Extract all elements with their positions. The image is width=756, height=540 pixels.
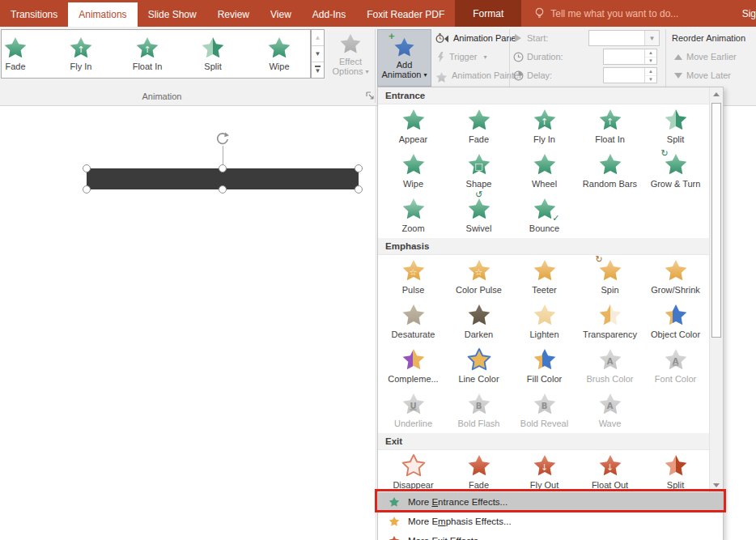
star-icon (664, 108, 688, 132)
selection-handle-top-right[interactable] (355, 164, 363, 172)
effect-emphasis-line-color[interactable]: Line Color (446, 344, 512, 389)
effect-entrance-random-bars[interactable]: Random Bars (577, 149, 643, 193)
star-icon (401, 453, 426, 478)
effect-emphasis-grow-shrink[interactable]: Grow/Shrink (643, 255, 708, 300)
effect-emphasis-color-pulse[interactable]: ☆Color Pulse (446, 255, 512, 300)
selection-handle-top-left[interactable] (83, 164, 91, 172)
gallery-effect-float-in[interactable]: ↑Float In (115, 32, 180, 71)
effect-entrance-bounce[interactable]: ✓Bounce (512, 193, 577, 238)
glyph-overlay: ↑ (143, 45, 151, 54)
tab-format[interactable]: Format (455, 0, 521, 27)
effect-entrance-split[interactable]: Split (643, 104, 708, 149)
menu-item-more-entrance-effects[interactable]: More Entrance Effects... (378, 492, 723, 512)
effect-entrance-appear[interactable]: Appear (380, 104, 446, 149)
effect-exit-fly-out[interactable]: ↓Fly Out (512, 450, 577, 492)
effect-label: Fly Out (512, 480, 577, 490)
glyph-overlay: ☆ (475, 268, 483, 277)
selection-handle-bottom-right[interactable] (355, 185, 363, 193)
selection-handle-top-center[interactable] (219, 164, 227, 172)
spinner-buttons[interactable]: ▲▼ (644, 68, 656, 83)
delay-value (604, 68, 644, 83)
effect-label: Font Color (643, 374, 708, 384)
effect-emphasis-teeter[interactable]: Teeter (512, 255, 577, 300)
effect-exit-float-out[interactable]: ↓Float Out (577, 450, 643, 492)
star-icon: ↓ (533, 453, 557, 478)
effect-entrance-wipe[interactable]: Wipe (380, 149, 446, 193)
glyph-overlay: U (410, 402, 416, 410)
star-icon (401, 152, 426, 176)
sign-in-label[interactable]: Sig (742, 0, 756, 27)
effect-label: Bounce (512, 223, 577, 233)
spinner-buttons[interactable]: ▲▼ (644, 49, 656, 64)
glyph-overlay: A (673, 357, 679, 366)
add-animation-button[interactable]: + Add Animation (377, 29, 431, 87)
effect-label: Object Color (643, 330, 708, 339)
gallery-effect-fly-in[interactable]: ↑Fly In (49, 32, 113, 71)
move-later-button[interactable]: Move Later (674, 67, 731, 83)
gallery-effect-label: Split (181, 62, 245, 71)
effect-entrance-shape[interactable]: □Shape (446, 149, 512, 193)
move-earlier-button[interactable]: Move Earlier (674, 49, 737, 65)
rotation-handle[interactable] (215, 132, 230, 150)
effect-entrance-float-in[interactable]: ↑Float In (577, 104, 643, 149)
combo-arrow-icon[interactable]: ▼ (644, 31, 659, 45)
delay-spinner[interactable]: ▲▼ (603, 67, 657, 83)
scrollbar-up-button[interactable] (710, 87, 723, 101)
effect-emphasis-desaturate[interactable]: Desaturate (380, 300, 446, 344)
start-combobox[interactable]: ▼ (588, 30, 660, 46)
tab-review[interactable]: Review (207, 2, 260, 27)
effect-entrance-wheel[interactable]: Wheel (512, 149, 577, 193)
effect-entrance-fade[interactable]: Fade (446, 104, 512, 149)
selection-handle-bottom-left[interactable] (83, 185, 91, 193)
effect-exit-split[interactable]: Split (643, 450, 708, 492)
gallery-scroll-up-button[interactable]: ▲ (312, 30, 324, 46)
effect-emphasis-fill-color[interactable]: Fill Color (512, 344, 577, 389)
trigger-button[interactable]: Trigger (435, 49, 486, 65)
scrollbar-down-button[interactable] (710, 478, 723, 492)
tell-me-box[interactable]: Tell me what you want to do... (526, 0, 686, 27)
effect-entrance-zoom[interactable]: Zoom (380, 193, 446, 238)
gallery-effect-fade[interactable]: Fade (0, 32, 48, 71)
effect-entrance-grow-turn[interactable]: ↻Grow & Turn (643, 149, 708, 193)
effect-emphasis-transparency[interactable]: Transparency (577, 300, 643, 344)
effect-emphasis-darken[interactable]: Darken (446, 300, 512, 344)
effect-entrance-fly-in[interactable]: ↑Fly In (512, 104, 577, 149)
duration-spinner[interactable]: ▲▼ (603, 49, 657, 65)
menu-item-more-exit-effects[interactable]: More Exit Effects... (378, 531, 723, 540)
tab-transitions[interactable]: Transitions (0, 2, 68, 27)
star-icon (401, 108, 426, 132)
menu-section-header-emphasis: Emphasis (378, 238, 709, 255)
tab-slide-show[interactable]: Slide Show (138, 2, 207, 27)
effect-entrance-swivel[interactable]: ↺Swivel (446, 193, 512, 238)
tab-view[interactable]: View (260, 2, 302, 27)
scrollbar-thumb[interactable] (711, 103, 721, 338)
star-icon (664, 453, 688, 478)
effect-emphasis-compleme[interactable]: Compleme... (380, 344, 446, 389)
effect-label: Swivel (446, 223, 512, 233)
gallery-more-button[interactable]: ▼ (312, 62, 324, 78)
tab-animations[interactable]: Animations (68, 2, 137, 27)
menu-scrollbar[interactable] (709, 87, 723, 492)
effect-label: Grow & Turn (643, 179, 708, 189)
effect-emphasis-lighten[interactable]: Lighten (512, 300, 577, 344)
animation-pane-button[interactable]: Animation Pane (435, 30, 516, 46)
effects-gallery: EntranceAppearFade↑Fly In↑Float InSplitW… (378, 87, 709, 492)
effect-label: Darken (446, 330, 512, 339)
menu-effect-row: ☆Pulse☆Color PulseTeeter↻SpinGrow/Shrink (378, 255, 709, 300)
effect-emphasis-object-color[interactable]: Object Color (643, 300, 708, 344)
selection-handle-bottom-center[interactable] (219, 185, 227, 193)
gallery-scroll-down-button[interactable]: ▼ (312, 46, 324, 62)
animation-painter-label: Animation Painter (452, 70, 522, 80)
effect-emphasis-bold-flash: BBold Flash (446, 389, 512, 433)
effect-exit-disappear[interactable]: Disappear (380, 450, 446, 492)
star-icon: ↑ (533, 108, 557, 132)
dialog-launcher-icon[interactable] (366, 91, 375, 102)
gallery-effect-split[interactable]: Split (181, 32, 245, 71)
tab-foxit-reader-pdf[interactable]: Foxit Reader PDF (356, 2, 455, 27)
tab-add-ins[interactable]: Add-Ins (302, 2, 356, 27)
effect-emphasis-pulse[interactable]: ☆Pulse (380, 255, 446, 300)
gallery-effect-wipe[interactable]: Wipe (247, 32, 312, 71)
effect-emphasis-spin[interactable]: ↻Spin (577, 255, 643, 300)
menu-item-more-emphasis-effects[interactable]: More Emphasis Effects... (378, 512, 723, 531)
effect-exit-fade[interactable]: Fade (446, 450, 512, 492)
